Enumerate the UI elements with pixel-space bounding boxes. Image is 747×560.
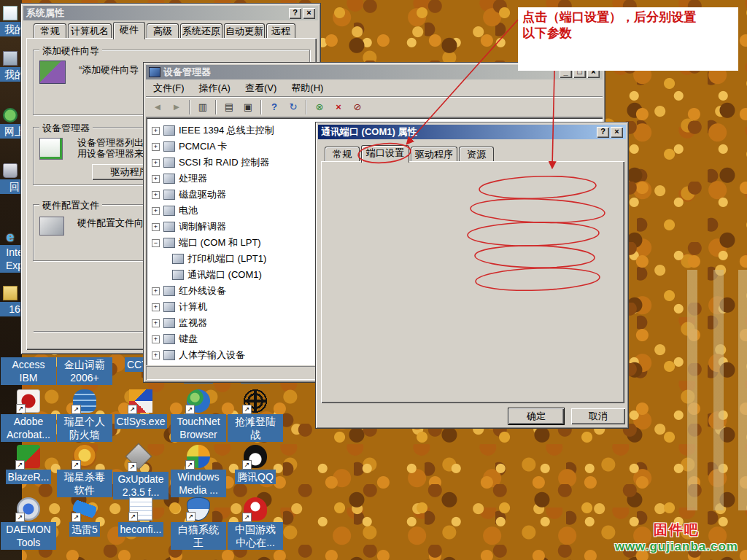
tree-item-ieee1394[interactable]: +IEEE 1394 总线主控制 (152, 123, 274, 138)
eject-icon[interactable]: ⊗ (311, 99, 328, 115)
window-title: 设备管理器 (163, 66, 211, 79)
menu-action[interactable]: 操作(A) (192, 79, 238, 97)
back-icon[interactable]: ◄ (149, 99, 166, 115)
expander[interactable]: − (152, 239, 160, 247)
tree-item-keyboards[interactable]: +键盘 (152, 332, 198, 346)
daemon-icon (17, 497, 40, 521)
menu-file[interactable]: 文件(F) (146, 79, 192, 97)
close-button[interactable]: × (303, 8, 315, 19)
desktop-icon-wmp[interactable]: Windows Media ... (171, 445, 226, 497)
cancel-button[interactable]: 取消 (571, 408, 625, 424)
expander[interactable]: + (152, 159, 160, 167)
show-panes-icon[interactable]: ▥ (194, 99, 212, 115)
tab-resources[interactable]: 资源 (459, 147, 494, 162)
disable-icon[interactable]: ⊘ (349, 99, 366, 115)
desktop-icon-access-ibm[interactable]: Access IBM (1, 357, 56, 385)
update-driver-icon[interactable]: ↻ (285, 99, 302, 115)
uninstall-icon[interactable]: × (330, 99, 347, 115)
device-manager-app-icon (149, 67, 160, 77)
expander[interactable]: + (152, 287, 160, 295)
tab-hardware[interactable]: 硬件 (113, 22, 145, 39)
system-properties-titlebar[interactable]: 系统属性 ? × (23, 6, 318, 20)
desktop-icon-my-documents[interactable]: 我的 (0, 6, 20, 36)
tab-advanced[interactable]: 高级 (147, 23, 179, 39)
tab-port-settings[interactable]: 端口设置 (361, 145, 409, 163)
port-icon (163, 238, 175, 248)
ieee1394-icon (163, 125, 175, 136)
tree-item-pcmcia[interactable]: +PCMCIA 卡 (152, 139, 227, 154)
group-text: “添加硬件向导 (79, 63, 139, 77)
pcmcia-icon (163, 141, 175, 152)
ok-button[interactable]: 确定 (508, 408, 564, 424)
expander[interactable]: + (152, 319, 160, 327)
tree-item-infrared[interactable]: +红外线设备 (152, 284, 226, 298)
tab-general[interactable]: 常规 (34, 23, 66, 39)
desktop-icon-qiangtan[interactable]: 抢滩登陆 战 (228, 389, 283, 442)
desktop-icon-rising-firewall[interactable]: 瑞星个人 防火墙 (57, 389, 112, 442)
media-player-icon (187, 445, 210, 468)
desktop-icon-recycle-bin[interactable]: 回 (0, 163, 20, 194)
desktop-icon-folder-16[interactable]: 16 (0, 286, 20, 316)
expander[interactable]: + (152, 303, 160, 311)
tab-general[interactable]: 常规 (325, 147, 360, 162)
desktop-icon-jinshan-ciba[interactable]: 金山词霸 2006+ (57, 357, 112, 385)
tree-item-batteries[interactable]: +电池 (152, 203, 198, 218)
expander[interactable]: + (152, 191, 160, 199)
desktop-icon-rising-av[interactable]: 瑞星杀毒 软件 (57, 445, 112, 497)
help-button[interactable]: ? (597, 127, 609, 138)
tree-item-monitors[interactable]: +监视器 (152, 316, 207, 330)
desktop-icon-gxupdate[interactable]: GxUpdate 2.3.5 f... (113, 445, 169, 499)
tab-driver[interactable]: 驱动程序 (411, 147, 457, 162)
desktop-icon-adobe-acrobat[interactable]: Adobe Acrobat... (1, 389, 56, 442)
icon-label: BlazeR... (6, 470, 52, 484)
close-button[interactable]: × (611, 127, 623, 138)
desktop-icon-my-computer[interactable]: 我的 (0, 51, 20, 82)
tree-item-com1[interactable]: 通讯端口 (COM1) (172, 268, 262, 282)
expander[interactable]: + (152, 175, 160, 183)
annotation-line2: 以下参数 (522, 26, 734, 42)
tab-auto-update[interactable]: 自动更新 (224, 23, 265, 39)
desktop-icon-zhongguo-game[interactable]: 中国游戏 中心在... (228, 497, 283, 550)
tab-remote[interactable]: 远程 (266, 23, 295, 39)
expander[interactable]: + (152, 223, 160, 231)
desktop-icon-daemon-tools[interactable]: DAEMON Tools (1, 497, 56, 550)
desktop-icon-xunlei[interactable]: 迅雷5 (57, 497, 112, 537)
expander[interactable]: + (152, 351, 160, 359)
menu-help[interactable]: 帮助(H) (284, 79, 330, 97)
tree-item-computer[interactable]: +计算机 (152, 300, 207, 314)
print-icon[interactable]: ▣ (239, 99, 257, 115)
tree-item-hid[interactable]: +人体学输入设备 (152, 348, 245, 362)
group-text: 硬件配置文件向 (77, 217, 144, 230)
expander[interactable]: + (152, 127, 160, 135)
tab-computer-name[interactable]: 计算机名 (68, 23, 112, 39)
help-icon[interactable]: ? (266, 99, 283, 115)
tree-item-scsi-raid[interactable]: +SCSI 和 RAID 控制器 (152, 155, 269, 170)
desktop-icon-ctlsys[interactable]: CtlSys.exe (113, 389, 169, 429)
tree-item-processors[interactable]: +处理器 (152, 171, 207, 186)
monitor-icon (163, 318, 175, 328)
hid-icon (163, 350, 175, 360)
tree-item-lpt1[interactable]: 打印机端口 (LPT1) (172, 252, 266, 266)
expander[interactable]: + (152, 335, 160, 343)
expander[interactable]: + (152, 143, 160, 151)
com1-titlebar[interactable]: 通讯端口 (COM1) 属性 ? × (318, 125, 626, 139)
desktop-icon-heconfi[interactable]: heconfi... (113, 497, 169, 537)
forward-icon[interactable]: ► (168, 99, 185, 115)
group-title: 硬件配置文件 (39, 199, 102, 212)
desktop-icon-baimao[interactable]: 白猫系统 王 (171, 497, 226, 550)
tree-item-disk-drives[interactable]: +磁盘驱动器 (152, 187, 226, 202)
desktop-icon-blazer[interactable]: BlazeR... (1, 445, 56, 484)
help-button[interactable]: ? (289, 8, 301, 19)
tree-item-ports[interactable]: −端口 (COM 和 LPT) (152, 236, 261, 250)
tree-item-modems[interactable]: +调制解调器 (152, 219, 226, 234)
tab-system-restore[interactable]: 系统还原 (180, 23, 222, 39)
icon-label: 迅雷5 (69, 522, 100, 537)
menu-view[interactable]: 查看(V) (238, 79, 284, 97)
desktop-icon-internet-explorer[interactable]: eInte Exp (0, 229, 20, 273)
properties-icon[interactable]: ▤ (220, 99, 238, 115)
desktop-icon-qq[interactable]: 腾讯QQ (228, 445, 283, 484)
expander[interactable]: + (152, 207, 160, 215)
desktop-icon-touchnet[interactable]: TouchNet Browser (171, 389, 226, 442)
window-title: 通讯端口 (COM1) 属性 (321, 125, 417, 139)
desktop-icon-network[interactable]: 网上 (0, 108, 20, 139)
